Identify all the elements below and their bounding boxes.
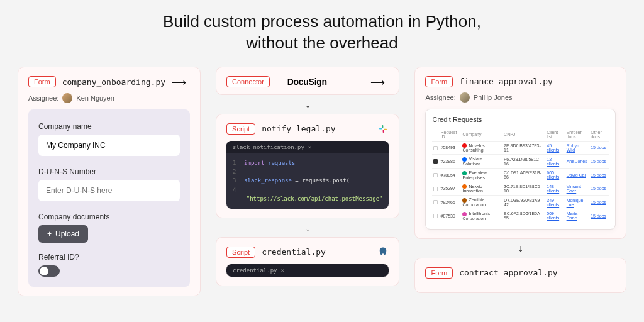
referral-toggle[interactable] xyxy=(38,265,60,277)
table-row[interactable]: #87539 Intellitronix Corporation BC.6F2.… xyxy=(432,209,609,222)
form-card-onboarding: Form company_onboarding.py ⟶ Assignee: K… xyxy=(18,67,201,296)
arrow-down-icon: ↓ xyxy=(216,99,399,110)
avatar-icon xyxy=(62,93,72,103)
script-card-credential: Script credential.py credential.py× xyxy=(216,237,399,286)
svg-rect-0 xyxy=(379,128,382,129)
svg-rect-2 xyxy=(384,128,387,130)
arrow-right-icon: ⟶ xyxy=(172,76,186,88)
table-row[interactable]: #78854 Everview Enterprises C6.D91.A0F/E… xyxy=(432,168,609,182)
table-header: CNPJ xyxy=(502,128,545,142)
table-row[interactable]: #35297 Nexxio Innovation 2C.71E.8D1/B8C6… xyxy=(432,182,609,196)
filename: notify_legal.py xyxy=(262,124,335,133)
label-docs: Company documents xyxy=(38,213,180,221)
filename: company_onboarding.py xyxy=(62,77,165,87)
checkbox[interactable] xyxy=(433,187,438,191)
checkbox[interactable] xyxy=(433,159,438,164)
table-header: Other docs xyxy=(589,128,609,142)
close-icon[interactable]: × xyxy=(308,144,311,150)
arrow-down-icon: ↓ xyxy=(216,222,399,233)
docusign-logo: DocuSign xyxy=(287,77,327,87)
slack-icon xyxy=(377,123,389,135)
code-editor: credential.py× xyxy=(226,264,389,277)
table-header: Client list xyxy=(545,128,565,142)
form-panel: Company name D-U-N-S Number Company docu… xyxy=(28,109,190,287)
table-header: Company xyxy=(461,128,502,142)
tag-connector: Connector xyxy=(226,76,270,87)
postgresql-icon xyxy=(377,247,389,258)
checkbox[interactable] xyxy=(433,214,438,218)
plus-icon: + xyxy=(47,230,52,238)
filename: finance_approval.py xyxy=(459,77,553,86)
script-card-notify: Script notify_legal.py slack_notificatio… xyxy=(216,114,399,218)
credit-requests-table: Credit Requests Request IDCompanyCNPJCli… xyxy=(425,109,616,230)
table-header: Enroller docs xyxy=(565,128,590,142)
checkbox[interactable] xyxy=(433,200,438,204)
company-name-input[interactable] xyxy=(38,135,180,156)
upload-button[interactable]: + Upload xyxy=(38,225,88,243)
assignee-row: Assignee: Phillip Jones xyxy=(425,92,616,103)
tag-form: Form xyxy=(28,76,56,87)
arrow-right-icon: ⟶ xyxy=(370,76,385,88)
label-duns: D-U-N-S Number xyxy=(38,167,180,176)
code-editor: slack_notification.py× 1import requests … xyxy=(226,141,389,209)
table-row[interactable]: #23986 Vistara Solutions F6.A28.D28/581C… xyxy=(432,155,609,169)
table-row[interactable]: #58493 Novelus Consulting 7E.8D6.B93/A7F… xyxy=(432,141,609,155)
avatar-icon xyxy=(460,92,470,103)
svg-rect-1 xyxy=(382,125,384,128)
connector-card: Connector DocuSign ⟶ xyxy=(216,67,399,95)
assignee-row: Assignee: Ken Nguyen xyxy=(28,93,190,103)
tag-script: Script xyxy=(226,123,255,135)
arrow-down-icon: ↓ xyxy=(414,243,626,254)
svg-rect-3 xyxy=(383,130,384,133)
close-icon[interactable]: × xyxy=(281,267,284,274)
filename: credential.py xyxy=(262,247,326,257)
workflow-canvas: Form company_onboarding.py ⟶ Assignee: K… xyxy=(0,67,644,296)
label-referral: Referral ID? xyxy=(38,253,180,262)
form-card-contract: Form contract_approval.py xyxy=(414,258,626,293)
table-header: Request ID xyxy=(439,128,461,142)
form-card-finance: Form finance_approval.py Assignee: Phill… xyxy=(414,67,626,239)
checkbox[interactable] xyxy=(433,173,438,177)
label-company: Company name xyxy=(38,122,180,131)
duns-input[interactable] xyxy=(38,180,180,201)
filename: contract_approval.py xyxy=(459,268,558,277)
table-row[interactable]: #92465 Zenithia Corporation D7.D3E.930/B… xyxy=(432,196,609,209)
tag-script: Script xyxy=(226,247,255,258)
hero-heading: Build custom process automation in Pytho… xyxy=(0,0,644,67)
tag-form: Form xyxy=(425,267,453,279)
tag-form: Form xyxy=(425,76,453,87)
checkbox[interactable] xyxy=(433,146,438,150)
